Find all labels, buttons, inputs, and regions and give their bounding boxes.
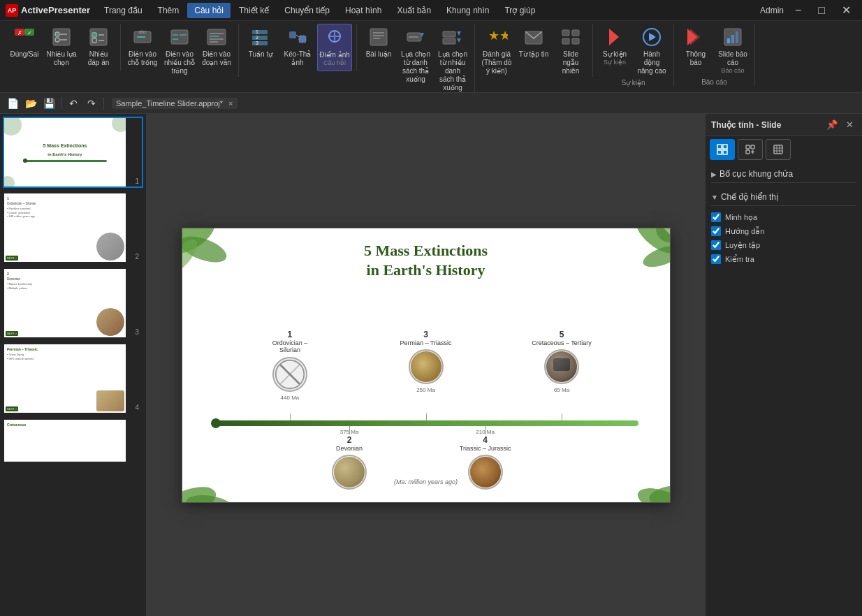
fill-blank-label: Điền vào chỗ trống [126, 50, 159, 67]
toolbar-close-file[interactable]: × [228, 99, 233, 108]
svg-rect-30 [252, 41, 268, 45]
props-section-display: ▼ Chế độ hiển thị Minh họa Hướng dẫn Luy… [706, 186, 862, 273]
slide-thumb-4[interactable]: 0:03 Permian – Triassic • Great Dying • … [3, 343, 143, 414]
ext5-num: 5 [530, 330, 593, 339]
props-checkbox-test[interactable] [711, 254, 721, 264]
menu-item-question[interactable]: Câu hỏi [187, 3, 231, 18]
fill-blank-icon: abc [131, 26, 154, 48]
ribbon-btn-fill-para[interactable]: Điền vào đoạn văn [199, 24, 234, 71]
props-tab-layout[interactable] [710, 139, 735, 160]
ribbon-btn-event[interactable]: Sự kiện Sự kiện [597, 24, 632, 71]
ribbon-btn-drag-drop[interactable]: Kéo-Thả ảnh [280, 24, 315, 71]
toolbar-redo-btn[interactable]: ↷ [83, 95, 100, 112]
slide-canvas: 5 Mass Extinctions in Earth's History 1 … [182, 228, 671, 503]
toolbar-file-tab[interactable]: Sample_Timeline Slider.approj* × [112, 98, 238, 109]
advanced-action-icon [641, 26, 663, 48]
props-checkbox-demo[interactable] [711, 212, 721, 222]
menu-item-home[interactable]: Trang đầu [97, 3, 149, 18]
ribbon-btn-fill-blank[interactable]: abc Điền vào chỗ trống [125, 24, 160, 71]
ribbon: ✗✓ Đúng/Sai Nhiều lựa chọn Nhiều đáp án [0, 21, 862, 93]
ribbon-btn-notify[interactable]: Thông báo [678, 24, 713, 71]
app-name: ActivePresenter [21, 5, 90, 15]
props-tab-crop[interactable] [766, 139, 791, 160]
svg-rect-57 [572, 38, 579, 44]
props-display-arrow: ▼ [711, 193, 718, 201]
toolbar-open-btn[interactable]: 📂 [22, 95, 39, 112]
menu-item-export[interactable]: Xuất bản [390, 3, 438, 18]
svg-rect-78 [723, 145, 727, 149]
random-label: Slide ngẫu nhiên [555, 50, 587, 75]
menu-item-help[interactable]: Trợ giúp [497, 3, 542, 18]
svg-text:✓: ✓ [27, 30, 32, 36]
svg-rect-80 [723, 150, 727, 154]
event-icon [604, 26, 626, 48]
maximize-button[interactable]: □ [812, 0, 831, 21]
ribbon-group-interact: 123 Tuần tự Kéo-Thả ảnh Điểm ảnh Câu hỏi [240, 24, 357, 71]
ribbon-btn-essay[interactable]: Bài luận [361, 24, 396, 71]
menu-item-view[interactable]: Khung nhìn [439, 3, 496, 18]
svg-rect-56 [562, 38, 569, 44]
ribbon-btn-slide-report[interactable]: Slide báo cáo Báo cáo [715, 24, 750, 76]
props-section-layout-header[interactable]: ▶ Bố cục khung chứa [711, 166, 856, 183]
props-close-btn[interactable]: ✕ [843, 118, 856, 131]
multi-choice-icon [50, 26, 73, 48]
email-label: Từ tập tin [519, 50, 549, 59]
dropdown-icon [404, 26, 427, 48]
ribbon-btn-multi-answer[interactable]: Nhiều đáp án [81, 24, 116, 71]
ribbon-btn-hotspot[interactable]: Điểm ảnh Câu hỏi [317, 24, 352, 71]
ribbon-group-events: Sự kiện Sự kiện Hành động nâng cao Sự ki… [594, 24, 674, 87]
svg-point-40 [333, 35, 336, 38]
slide-thumb-5[interactable]: 0:03 Cretaceous [3, 418, 143, 463]
canvas-area: 5 Mass Extinctions in Earth's History 1 … [147, 114, 705, 616]
slide-num-1: 1 [135, 177, 139, 185]
menu-item-transition[interactable]: Chuyển tiếp [277, 3, 337, 18]
svg-marker-51 [457, 38, 461, 43]
props-row-test: Kiểm tra [711, 252, 856, 266]
minimize-button[interactable]: − [789, 0, 807, 21]
properties-title: Thuộc tính - Slide [711, 120, 781, 130]
menu-item-add[interactable]: Thêm [151, 3, 187, 18]
close-button[interactable]: ✕ [836, 0, 856, 21]
menu-item-design[interactable]: Thiết kế [232, 3, 276, 18]
ext3-num: 3 [398, 330, 454, 339]
toolbar-new-btn[interactable]: 📄 [4, 95, 21, 112]
ribbon-btn-true-false[interactable]: ✗✓ Đúng/Sai [7, 24, 42, 71]
toolbar-save-btn[interactable]: 💾 [41, 95, 57, 112]
drag-drop-label: Kéo-Thả ảnh [282, 50, 314, 67]
toolbar-undo-btn[interactable]: ↶ [65, 95, 82, 112]
props-section-display-header[interactable]: ▼ Chế độ hiển thị [711, 189, 856, 206]
slide-thumb-2[interactable]: 0:03 1 Ordovician – Silurian • Families … [3, 192, 143, 263]
ribbon-interact-items: 123 Tuần tự Kéo-Thả ảnh Điểm ảnh Câu hỏi [243, 24, 352, 71]
props-checkbox-guide[interactable] [711, 226, 721, 236]
multi-choice-label: Nhiều lựa chọn [45, 50, 78, 67]
props-row-practice: Luyện tập [711, 238, 856, 252]
ribbon-btn-sequence[interactable]: 123 Tuần tự [243, 24, 278, 71]
ribbon-events-items: Sự kiện Sự kiện Hành động nâng cao [597, 24, 669, 77]
svg-rect-63 [736, 31, 738, 43]
menu-right: Admin − □ ✕ [760, 0, 856, 21]
ribbon-btn-random[interactable]: Slide ngẫu nhiên [553, 24, 588, 77]
menu-item-animation[interactable]: Hoạt hình [338, 3, 388, 18]
props-pin-btn[interactable]: 📌 [824, 118, 840, 131]
ribbon-btn-rating[interactable]: ★★ Đánh giá (Thăm dò ý kiến) [479, 24, 514, 77]
ribbon-btn-email[interactable]: Từ tập tin [516, 24, 551, 71]
essay-icon [367, 26, 390, 48]
ribbon-group-fill: abc Điền vào chỗ trống Điền vào nhiều ch… [122, 24, 239, 77]
props-tab-add[interactable] [738, 139, 763, 160]
props-label-demo: Minh họa [725, 213, 757, 222]
ribbon-btn-dropdown[interactable]: Lựa chọn từ danh sách thả xuống [398, 24, 433, 85]
slide-thumb-1[interactable]: 0:03 5 Mass Extinctions in Earth's Histo… [3, 117, 143, 188]
ribbon-btn-advanced-action[interactable]: Hành động nâng cao [634, 24, 669, 77]
ext5-name: Cretaceous – Tertiary [530, 339, 593, 347]
sequence-label: Tuần tự [249, 50, 272, 59]
props-checkbox-practice[interactable] [711, 240, 721, 250]
ribbon-report-items: Thông báo Slide báo cáo Báo cáo [678, 24, 750, 76]
fill-multi-icon [168, 26, 191, 48]
ribbon-btn-fill-multi[interactable]: Điền vào nhiều chỗ trống [162, 24, 197, 77]
slide-thumb-3[interactable]: 0:03 2 Devonian • Marine biodiversity • … [3, 267, 143, 339]
ext5-ma: 65 Ma [530, 387, 593, 393]
svg-marker-50 [457, 31, 461, 36]
ribbon-btn-dropdown-multi[interactable]: Lựa chọn từ nhiều danh sách thả xuống [435, 24, 470, 93]
ribbon-btn-multi-choice[interactable]: Nhiều lựa chọn [44, 24, 79, 71]
slide-num-3: 3 [135, 328, 139, 336]
